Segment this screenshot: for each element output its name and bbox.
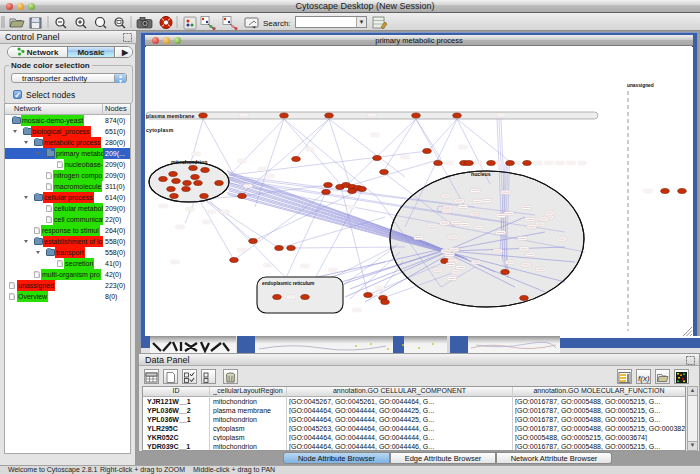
svg-text:endoplasmic reticulum: endoplasmic reticulum [262, 281, 314, 286]
svg-text:Search:: Search: [263, 19, 291, 28]
svg-text:nucleus: nucleus [471, 171, 491, 177]
svg-text:plasma membrane: plasma membrane [146, 113, 195, 119]
svg-text:unassigned: unassigned [627, 83, 654, 88]
svg-text:cytoplasm: cytoplasm [146, 127, 174, 133]
svg-text:f(x): f(x) [638, 374, 650, 383]
svg-text:mitochondrion: mitochondrion [171, 159, 207, 165]
